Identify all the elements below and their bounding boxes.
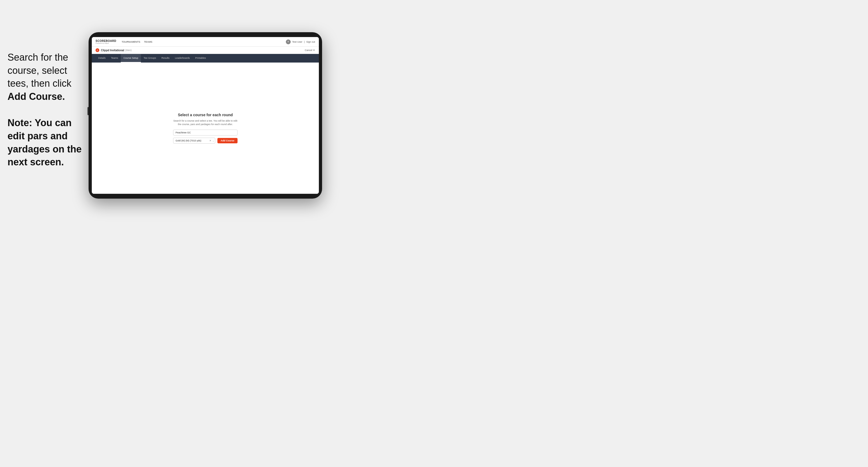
tab-tee-groups[interactable]: Tee Groups xyxy=(141,54,159,63)
nav-separator: | xyxy=(304,40,305,43)
logo: SCOREBOARD Powered by clippd xyxy=(96,39,116,44)
tab-bar: Details Teams Course Setup Tee Groups Re… xyxy=(92,54,319,63)
instructions-panel: Search for the course, select tees, then… xyxy=(7,51,85,169)
nav-right: T Test User | Sign out xyxy=(286,39,315,44)
tab-teams[interactable]: Teams xyxy=(108,54,121,63)
nav-tournaments[interactable]: TOURNAMENTS xyxy=(122,40,140,43)
cancel-button[interactable]: Cancel ✕ xyxy=(305,49,315,52)
tournament-icon: C xyxy=(96,48,99,52)
main-content: Select a course for each round Search fo… xyxy=(92,63,319,194)
top-navbar: SCOREBOARD Powered by clippd TOURNAMENTS… xyxy=(92,37,319,47)
tablet-side-button xyxy=(88,107,89,115)
tournament-title: Clippd Invitational xyxy=(101,49,124,52)
tab-printables[interactable]: Printables xyxy=(192,54,209,63)
logo-text: SCOREBOARD xyxy=(96,39,116,42)
tab-results[interactable]: Results xyxy=(159,54,172,63)
logo-sub: Powered by clippd xyxy=(96,42,116,44)
tee-select[interactable]: Gold (M) (M) (7010 yds) xyxy=(173,138,215,144)
select-course-title: Select a course for each round xyxy=(178,113,233,117)
tee-select-wrapper: Gold (M) (M) (7010 yds) ✕ ⌄ xyxy=(173,138,215,144)
tablet-screen: SCOREBOARD Powered by clippd TOURNAMENTS… xyxy=(92,37,319,194)
select-course-description: Search for a course and select a tee. Yo… xyxy=(173,119,238,126)
instruction-text: Search for the course, select tees, then… xyxy=(7,52,71,102)
sign-out-link[interactable]: Sign out xyxy=(306,40,315,43)
note-text: Note: You can edit pars and yardages on … xyxy=(7,117,85,168)
tab-course-setup[interactable]: Course Setup xyxy=(121,54,141,63)
user-name: Test User xyxy=(292,40,303,43)
tab-leaderboards[interactable]: Leaderboards xyxy=(172,54,193,63)
user-avatar: T xyxy=(286,39,291,44)
tab-details[interactable]: Details xyxy=(96,54,108,63)
course-search-input[interactable] xyxy=(173,130,238,135)
add-course-button[interactable]: Add Course xyxy=(217,138,238,143)
nav-teams[interactable]: TEAMS xyxy=(144,40,152,43)
tournament-subtitle: (Men) xyxy=(125,49,132,52)
tee-select-clear[interactable]: ✕ xyxy=(209,139,212,142)
tournament-header: C Clippd Invitational (Men) Cancel ✕ xyxy=(92,47,319,54)
tee-select-row: Gold (M) (M) (7010 yds) ✕ ⌄ Add Course xyxy=(173,138,238,144)
tablet-frame: SCOREBOARD Powered by clippd TOURNAMENTS… xyxy=(89,32,322,198)
